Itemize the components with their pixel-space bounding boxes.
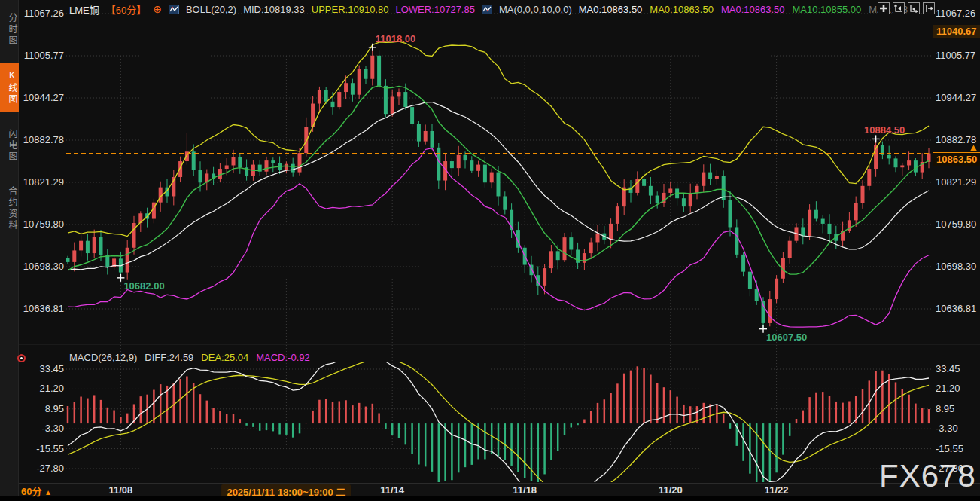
- price-annotation-low: 10607.50: [766, 331, 807, 343]
- ma-value: MA0:10863.50: [650, 4, 714, 15]
- macd-settings-icon[interactable]: [17, 354, 26, 362]
- ma-value: MA10:10855.00: [793, 4, 862, 15]
- ma-label: MA(0,0,0,10,0,0): [499, 4, 572, 15]
- trading-app-window: 分时图K线图闪电图合约资料 LME铜 【60分】 ⊕ BOLL(20,2) MI…: [0, 0, 980, 501]
- last-price-badge: 10863.50: [933, 152, 980, 166]
- pan-right-icon[interactable]: [923, 2, 935, 14]
- macd-label: MACD(26,12,9): [69, 352, 137, 363]
- ma-value: MA0:10863.50: [579, 4, 643, 15]
- ma-values: MA0:10863.50MA0:10863.50MA0:10863.50MA10…: [579, 4, 908, 15]
- watermark: FX678: [879, 458, 976, 494]
- ma-value: MA0:10863.50: [721, 4, 785, 15]
- axis-zoom-right-icon[interactable]: [908, 2, 920, 14]
- extreme-marker-cross: [369, 44, 376, 51]
- boll-mid-value: MID:10819.33: [243, 4, 305, 15]
- macd-legend: MACD(26,12,9) DIFF:24.59 DEA:25.04 MACD:…: [69, 352, 310, 363]
- period-tag: 【60分】: [106, 2, 146, 17]
- macd-pane: [68, 349, 929, 501]
- grid: [66, 11, 931, 482]
- macd-dea-value: DEA:25.04: [201, 352, 248, 363]
- layout-grid-icon[interactable]: [878, 2, 890, 14]
- dropdown-arrow-icon: ▲: [44, 488, 52, 496]
- price-annotation-high: 11018.00: [376, 33, 416, 44]
- macd-diff-value: DIFF:24.59: [145, 352, 193, 363]
- symbol-name: LME铜: [69, 2, 99, 17]
- main-chart-legend: LME铜 【60分】 ⊕ BOLL(20,2) MID:10819.33 UPP…: [69, 3, 908, 15]
- boll-label: BOLL(20,2): [186, 4, 236, 15]
- boll-indicator-icon[interactable]: [169, 5, 179, 14]
- chart-toolbar: [878, 2, 935, 14]
- session-high-badge: 11040.67: [933, 25, 980, 38]
- price-annotation-low: 10682.00: [123, 280, 164, 292]
- axis-zoom-left-icon[interactable]: [893, 2, 905, 14]
- chart-canvas[interactable]: [0, 0, 980, 501]
- ma-indicator-icon[interactable]: [482, 5, 492, 14]
- price-annotation-high: 10884.50: [864, 124, 905, 136]
- target-icon[interactable]: ⊕: [153, 3, 162, 15]
- period-dropdown[interactable]: 60分 ▲: [21, 484, 52, 498]
- extreme-marker-cross: [872, 135, 880, 142]
- boll-upper-value: UPPER:10910.80: [312, 4, 389, 15]
- boll-lower-value: LOWER:10727.85: [395, 4, 475, 15]
- macd-hist-value: MACD:-0.92: [256, 352, 310, 363]
- candles: [66, 47, 931, 329]
